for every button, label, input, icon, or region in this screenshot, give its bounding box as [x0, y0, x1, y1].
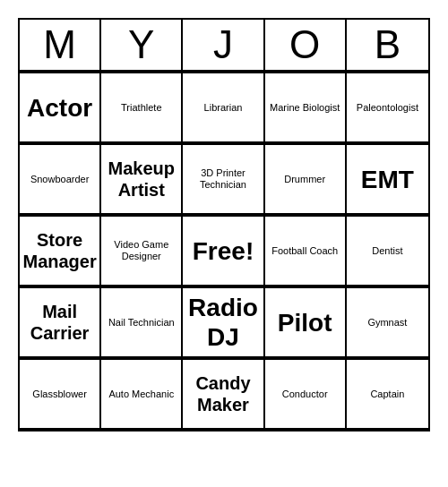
cell-text: 3D Printer Technician [185, 167, 260, 191]
grid-cell-3-3: Pilot [265, 286, 347, 358]
grid-cell-4-2: Candy Maker [183, 358, 264, 430]
grid-cell-1-4: EMT [347, 143, 428, 215]
cell-text: Auto Mechanic [108, 389, 174, 400]
grid-cell-2-3: Football Coach [265, 215, 347, 286]
cell-text: Radio DJ [185, 293, 260, 353]
cell-text: Drummer [284, 174, 325, 185]
cell-text: EMT [361, 165, 414, 195]
header-row: MYJOB [18, 18, 430, 70]
grid-cell-3-0: Mail Carrier [20, 286, 101, 358]
grid-cell-0-1: Triathlete [101, 72, 183, 143]
cell-text: Actor [27, 93, 92, 124]
cell-text: Candy Maker [185, 372, 260, 415]
grid-cell-1-1: Makeup Artist [101, 143, 183, 215]
cell-text: Paleontologist [357, 102, 418, 114]
cell-text: Mail Carrier [22, 301, 97, 344]
header-cell: B [347, 20, 428, 70]
grid-cell-1-3: Drummer [265, 143, 347, 215]
cell-text: Marine Biologist [270, 102, 340, 114]
header-cell: M [20, 20, 101, 70]
cell-text: Glassblower [32, 389, 87, 400]
grid-cell-3-4: Gymnast [347, 286, 428, 358]
cell-text: Football Coach [271, 245, 338, 257]
grid-cell-2-4: Dentist [347, 215, 428, 286]
grid-cell-0-4: Paleontologist [347, 72, 428, 143]
header-cell: J [183, 20, 264, 70]
cell-text: Nail Technician [108, 317, 175, 329]
cell-text: Makeup Artist [104, 158, 178, 201]
grid-cell-0-3: Marine Biologist [265, 72, 347, 143]
cell-text: Conductor [282, 389, 328, 400]
grid-cell-1-2: 3D Printer Technician [183, 143, 264, 215]
header-cell: Y [101, 20, 183, 70]
bingo-grid: ActorTriathleteLibrarianMarine Biologist… [18, 70, 430, 431]
grid-cell-3-1: Nail Technician [101, 286, 183, 358]
cell-text: Gymnast [367, 317, 407, 329]
grid-cell-0-2: Librarian [183, 72, 264, 143]
grid-cell-2-0: Store Manager [20, 215, 101, 286]
grid-cell-4-3: Conductor [265, 358, 347, 430]
cell-text: Store Manager [22, 229, 97, 272]
header-cell: O [265, 20, 347, 70]
bingo-card: MYJOB ActorTriathleteLibrarianMarine Bio… [18, 18, 430, 431]
grid-cell-0-0: Actor [20, 72, 101, 143]
cell-text: Snowboarder [30, 174, 89, 185]
cell-text: Captain [370, 389, 404, 400]
grid-cell-4-0: Glassblower [20, 358, 101, 430]
cell-text: Triathlete [121, 102, 161, 114]
grid-cell-1-0: Snowboarder [20, 143, 101, 215]
cell-text: Librarian [204, 102, 243, 114]
cell-text: Pilot [278, 308, 332, 338]
grid-cell-4-4: Captain [347, 358, 428, 430]
grid-cell-3-2: Radio DJ [183, 286, 264, 358]
cell-text: Video Game Designer [104, 239, 178, 262]
grid-cell-2-1: Video Game Designer [101, 215, 183, 286]
cell-text: Dentist [372, 245, 402, 257]
grid-cell-4-1: Auto Mechanic [101, 358, 183, 430]
cell-text: Free! [193, 236, 254, 267]
grid-cell-2-2: Free! [183, 215, 264, 286]
